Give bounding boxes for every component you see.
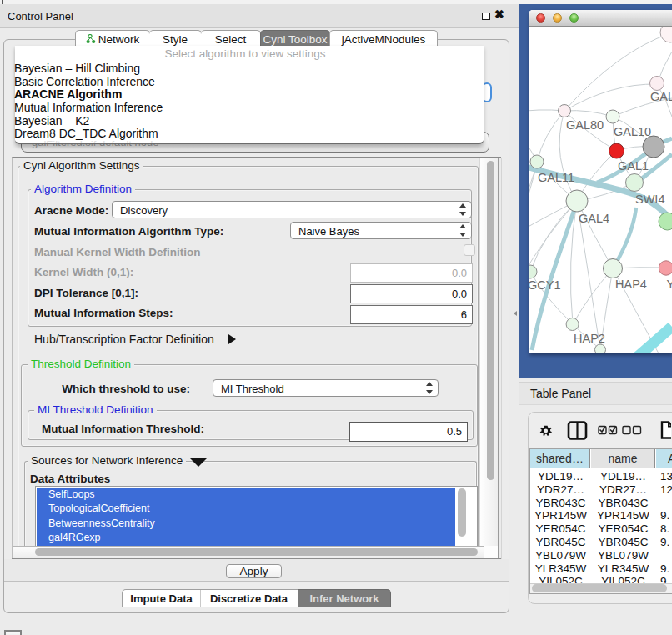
svg-text:SWI4: SWI4 bbox=[635, 192, 664, 206]
svg-text:GCY1: GCY1 bbox=[529, 278, 561, 292]
svg-text:GAL1: GAL1 bbox=[618, 159, 649, 172]
svg-text:HAP4: HAP4 bbox=[615, 278, 647, 291]
svg-text:GAL10: GAL10 bbox=[614, 125, 651, 138]
svg-text:GAL4: GAL4 bbox=[579, 212, 609, 225]
svg-text:YL: YL bbox=[667, 278, 672, 291]
svg-text:GAL11: GAL11 bbox=[538, 171, 574, 184]
svg-text:HAP2: HAP2 bbox=[574, 332, 605, 345]
svg-text:GAL7: GAL7 bbox=[650, 90, 672, 103]
svg-text:GAL80: GAL80 bbox=[566, 118, 604, 132]
